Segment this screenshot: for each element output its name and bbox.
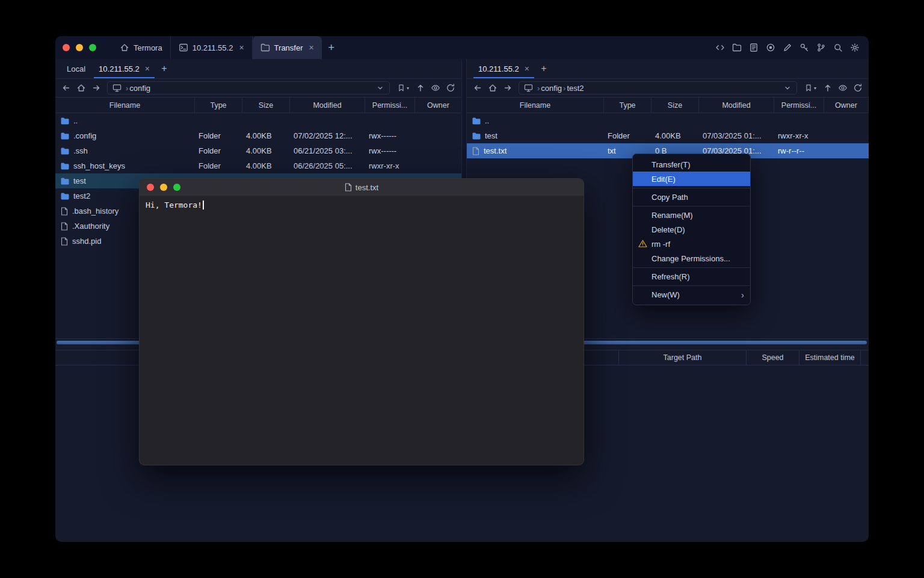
search-icon[interactable] bbox=[833, 43, 843, 53]
column-header-target-path[interactable]: Target Path bbox=[618, 350, 746, 365]
chevron-down-icon[interactable] bbox=[783, 84, 792, 92]
key-icon[interactable] bbox=[799, 43, 809, 53]
tab-label: 10.211.55.2 bbox=[192, 43, 233, 52]
close-window-button[interactable] bbox=[63, 44, 70, 51]
git-branch-icon[interactable] bbox=[816, 43, 826, 53]
back-button[interactable] bbox=[470, 81, 485, 95]
column-header-filename[interactable]: Filename bbox=[55, 98, 195, 113]
menu-item-transfer-t[interactable]: Transfer(T) bbox=[633, 157, 750, 172]
refresh-button[interactable] bbox=[851, 81, 865, 95]
back-button[interactable] bbox=[59, 81, 73, 95]
folder-icon[interactable] bbox=[732, 43, 742, 53]
column-header-size[interactable]: Size bbox=[242, 98, 290, 113]
close-editor-button[interactable] bbox=[147, 184, 154, 191]
terminal-icon bbox=[179, 43, 188, 52]
upload-button[interactable] bbox=[413, 81, 428, 95]
path-bar[interactable]: ›config bbox=[107, 81, 390, 95]
close-tab-icon[interactable]: × bbox=[145, 64, 150, 73]
folder-icon bbox=[61, 132, 69, 140]
minimize-editor-button[interactable] bbox=[160, 184, 167, 191]
menu-separator bbox=[633, 188, 750, 188]
path-segment-test2[interactable]: test2 bbox=[567, 84, 584, 93]
menu-item-change-permissions[interactable]: Change Permissions... bbox=[633, 251, 750, 266]
home-button[interactable] bbox=[74, 81, 88, 95]
menu-item-refresh-r[interactable]: Refresh(R) bbox=[633, 269, 750, 284]
folder-icon bbox=[61, 193, 69, 200]
forward-button[interactable] bbox=[89, 81, 103, 95]
file-row-ssh-host-keys[interactable]: ssh_host_keysFolder4.00KB06/26/2025 05:.… bbox=[55, 158, 461, 173]
close-tab-icon[interactable]: × bbox=[525, 64, 529, 73]
file-type: Folder bbox=[195, 146, 242, 155]
text-cursor bbox=[203, 200, 204, 210]
upload-button[interactable] bbox=[821, 81, 835, 95]
tab-transfer[interactable]: Transfer × bbox=[253, 36, 322, 59]
menu-item-edit-e[interactable]: Edit(E) bbox=[633, 172, 750, 186]
menu-item-copy-path[interactable]: Copy Path bbox=[633, 190, 750, 204]
tab-host-10-211-55-2[interactable]: 10.211.55.2 × bbox=[170, 36, 253, 59]
editor-content[interactable]: Hi, Termora! bbox=[140, 196, 584, 214]
zoom-editor-button[interactable] bbox=[173, 184, 180, 191]
close-tab-icon[interactable]: × bbox=[239, 43, 244, 52]
menu-item-rm-rf[interactable]: rm -rf bbox=[633, 237, 750, 251]
show-hidden-eye-button[interactable] bbox=[428, 81, 443, 95]
bookmark-button[interactable]: ▾ bbox=[393, 81, 413, 95]
file-row-ssh[interactable]: .sshFolder4.00KB06/21/2025 03:...rwx----… bbox=[55, 143, 461, 158]
file-name: .. bbox=[485, 116, 489, 125]
context-menu: Transfer(T)Edit(E)Copy PathRename(M)Dele… bbox=[632, 154, 751, 305]
tab-termora[interactable]: Termora bbox=[112, 36, 170, 59]
refresh-button[interactable] bbox=[443, 81, 458, 95]
new-window-tab-button[interactable]: + bbox=[322, 36, 341, 59]
column-header-modified[interactable]: Modified bbox=[699, 98, 774, 113]
editor-window: test.txt Hi, Termora! bbox=[139, 178, 584, 465]
file-permissions: rwx------ bbox=[365, 146, 415, 155]
path-segment-config[interactable]: config bbox=[541, 84, 562, 93]
minimize-window-button[interactable] bbox=[76, 44, 83, 51]
column-header-permissi[interactable]: Permissi... bbox=[774, 98, 824, 113]
menu-item-rename-m[interactable]: Rename(M) bbox=[633, 208, 750, 222]
tab-local[interactable]: Local bbox=[60, 59, 92, 78]
column-header-type[interactable]: Type bbox=[195, 98, 242, 113]
new-panel-tab-button[interactable]: + bbox=[536, 59, 552, 78]
path-segment-config[interactable]: config bbox=[129, 84, 150, 93]
pencil-icon[interactable] bbox=[782, 43, 792, 53]
menu-item-new-w[interactable]: New(W)› bbox=[633, 287, 750, 302]
chevron-down-icon[interactable] bbox=[376, 84, 384, 92]
file-row-test[interactable]: testFolder4.00KB07/03/2025 01:...rwxr-xr… bbox=[467, 128, 869, 143]
notes-icon[interactable] bbox=[748, 43, 759, 53]
menu-item-delete-d[interactable]: Delete(D) bbox=[633, 222, 750, 237]
path-bar[interactable]: ›config›test2 bbox=[519, 81, 797, 95]
file-row-config[interactable]: .configFolder4.00KB07/02/2025 12:...rwx-… bbox=[55, 128, 461, 143]
column-header-modified[interactable]: Modified bbox=[290, 98, 365, 113]
settings-gear-icon[interactable] bbox=[849, 43, 860, 53]
file-row-parent[interactable]: .. bbox=[55, 113, 461, 128]
file-modified: 06/26/2025 05:... bbox=[290, 161, 365, 170]
tab-remote-10-211-55-2[interactable]: 10.211.55.2 × bbox=[92, 59, 156, 78]
file-row-parent[interactable]: .. bbox=[467, 113, 869, 128]
column-header-speed[interactable]: Speed bbox=[746, 350, 799, 365]
bookmark-button[interactable]: ▾ bbox=[801, 81, 820, 95]
file-modified: 06/21/2025 03:... bbox=[290, 146, 365, 155]
show-hidden-eye-button[interactable] bbox=[836, 81, 850, 95]
column-header-permissi[interactable]: Permissi... bbox=[365, 98, 415, 113]
new-panel-tab-button[interactable]: + bbox=[156, 59, 172, 78]
file-type: Folder bbox=[604, 131, 651, 140]
record-icon[interactable] bbox=[765, 43, 775, 53]
file-name: test2 bbox=[73, 191, 90, 200]
column-header-owner[interactable]: Owner bbox=[824, 98, 869, 113]
editor-titlebar[interactable]: test.txt bbox=[140, 179, 584, 196]
zoom-window-button[interactable] bbox=[89, 44, 96, 51]
folder-icon bbox=[472, 117, 481, 125]
column-header-type[interactable]: Type bbox=[604, 98, 651, 113]
file-size: 4.00KB bbox=[242, 131, 290, 140]
column-header-owner[interactable]: Owner bbox=[415, 98, 461, 113]
tab-remote-10-211-55-2[interactable]: 10.211.55.2 × bbox=[472, 59, 536, 78]
folder-icon bbox=[260, 43, 270, 52]
code-icon[interactable] bbox=[715, 43, 725, 53]
column-header-size[interactable]: Size bbox=[651, 98, 699, 113]
home-button[interactable] bbox=[485, 81, 500, 95]
column-header-filename[interactable]: Filename bbox=[467, 98, 604, 113]
column-header-estimated-time[interactable]: Estimated time bbox=[799, 350, 860, 365]
close-tab-icon[interactable]: × bbox=[309, 43, 314, 52]
folder-icon bbox=[61, 117, 69, 125]
forward-button[interactable] bbox=[500, 81, 515, 95]
